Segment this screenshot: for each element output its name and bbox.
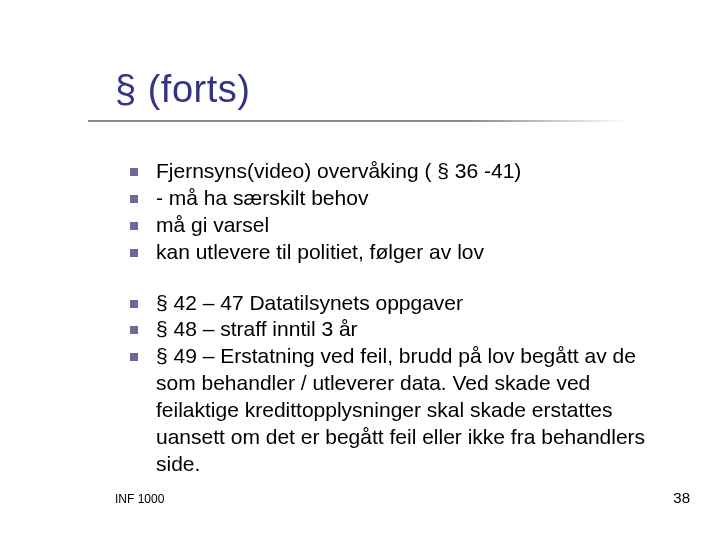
slide-body: Fjernsyns(video) overvåking ( § 36 -41) … bbox=[130, 158, 665, 502]
list-item-text: kan utlevere til politiet, følger av lov bbox=[156, 239, 665, 266]
list-item: § 48 – straff inntil 3 år bbox=[130, 316, 665, 343]
bullet-icon bbox=[130, 195, 138, 203]
list-item: Fjernsyns(video) overvåking ( § 36 -41) bbox=[130, 158, 665, 185]
title-underline bbox=[88, 120, 628, 122]
footer-left: INF 1000 bbox=[115, 492, 164, 506]
bullet-icon bbox=[130, 222, 138, 230]
slide: § (forts) Fjernsyns(video) overvåking ( … bbox=[0, 0, 720, 540]
slide-number: 38 bbox=[673, 489, 690, 506]
list-item-text: § 48 – straff inntil 3 år bbox=[156, 316, 665, 343]
list-item: § 42 – 47 Datatilsynets oppgaver bbox=[130, 290, 665, 317]
list-item-text: § 42 – 47 Datatilsynets oppgaver bbox=[156, 290, 665, 317]
bullet-icon bbox=[130, 249, 138, 257]
bullet-group: § 42 – 47 Datatilsynets oppgaver § 48 – … bbox=[130, 290, 665, 478]
bullet-icon bbox=[130, 168, 138, 176]
bullet-icon bbox=[130, 353, 138, 361]
list-item-text: må gi varsel bbox=[156, 212, 665, 239]
list-item-text: § 49 – Erstatning ved feil, brudd på lov… bbox=[156, 343, 665, 477]
list-item-text: - må ha særskilt behov bbox=[156, 185, 665, 212]
list-item: må gi varsel bbox=[130, 212, 665, 239]
bullet-icon bbox=[130, 326, 138, 334]
list-item: kan utlevere til politiet, følger av lov bbox=[130, 239, 665, 266]
list-item: - må ha særskilt behov bbox=[130, 185, 665, 212]
list-item-text: Fjernsyns(video) overvåking ( § 36 -41) bbox=[156, 158, 665, 185]
slide-title: § (forts) bbox=[115, 68, 250, 111]
bullet-icon bbox=[130, 300, 138, 308]
bullet-group: Fjernsyns(video) overvåking ( § 36 -41) … bbox=[130, 158, 665, 266]
list-item: § 49 – Erstatning ved feil, brudd på lov… bbox=[130, 343, 665, 477]
